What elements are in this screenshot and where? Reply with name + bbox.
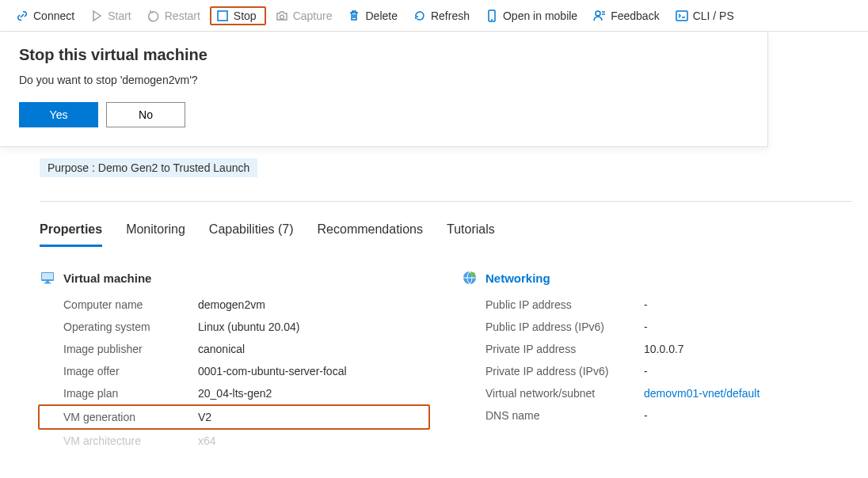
refresh-button[interactable]: Refresh — [407, 6, 476, 25]
start-label: Start — [108, 9, 131, 22]
tab-capabilities[interactable]: Capabilities (7) — [209, 218, 294, 247]
restart-icon — [147, 9, 160, 22]
vm-section: Virtual machine Computer name demogen2vm… — [40, 270, 430, 452]
refresh-label: Refresh — [431, 9, 470, 22]
dialog-buttons: Yes No — [19, 102, 748, 127]
pub-ip6-value: - — [644, 321, 648, 333]
restart-button: Restart — [141, 6, 207, 25]
capture-icon — [276, 9, 288, 22]
tabs: Properties Monitoring Capabilities (7) R… — [40, 218, 852, 248]
dns-value: - — [644, 409, 648, 422]
svg-rect-0 — [218, 11, 227, 21]
play-icon — [90, 9, 103, 22]
publisher-label: Image publisher — [40, 343, 198, 355]
mobile-icon — [485, 9, 498, 22]
feedback-button[interactable]: Feedback — [587, 6, 665, 25]
plan-label: Image plan — [40, 387, 198, 400]
divider — [40, 201, 852, 202]
row-plan: Image plan 20_04-lts-gen2 — [40, 382, 430, 404]
toolbar: Connect Start Restart Stop Capture Delet… — [0, 0, 868, 32]
row-pub-ip: Public IP address - — [462, 294, 852, 316]
row-dns: DNS name - — [462, 404, 852, 427]
terminal-icon — [676, 9, 688, 22]
tab-monitoring[interactable]: Monitoring — [126, 218, 185, 247]
vm-section-header: Virtual machine — [40, 270, 430, 286]
vnet-label: Virtual network/subnet — [462, 387, 644, 400]
cli-ps-button[interactable]: CLI / PS — [669, 6, 740, 25]
networking-section-header[interactable]: Networking — [462, 270, 852, 286]
priv-ip-value: 10.0.0.7 — [644, 343, 684, 355]
vm-header-text: Virtual machine — [63, 271, 151, 285]
computer-name-label: Computer name — [40, 298, 198, 311]
properties-columns: Virtual machine Computer name demogen2vm… — [40, 270, 852, 452]
publisher-value: canonical — [198, 343, 245, 355]
offer-label: Image offer — [40, 365, 198, 377]
row-os: Operating system Linux (ubuntu 20.04) — [40, 316, 430, 338]
tab-recommendations[interactable]: Recommendations — [318, 218, 423, 247]
trash-icon — [348, 9, 360, 22]
row-publisher: Image publisher canonical — [40, 338, 430, 360]
tab-tutorials[interactable]: Tutorials — [447, 218, 495, 247]
row-priv-ip: Private IP address 10.0.0.7 — [462, 338, 852, 360]
plan-value: 20_04-lts-gen2 — [198, 387, 272, 400]
svg-point-2 — [596, 11, 600, 16]
capture-button: Capture — [269, 6, 339, 25]
open-mobile-label: Open in mobile — [503, 9, 577, 22]
connect-button[interactable]: Connect — [10, 6, 81, 25]
purpose-tag: Purpose : Demo Gen2 to Trusted Launch — [40, 158, 257, 177]
no-button[interactable]: No — [106, 102, 185, 127]
row-computer-name: Computer name demogen2vm — [40, 294, 430, 316]
stop-label: Stop — [234, 9, 257, 22]
delete-label: Delete — [365, 9, 397, 22]
net-header-text: Networking — [485, 271, 550, 285]
feedback-label: Feedback — [611, 9, 659, 22]
delete-button[interactable]: Delete — [341, 6, 403, 25]
arch-label: VM architecture — [40, 434, 198, 447]
svg-point-9 — [470, 272, 475, 277]
gen-value: V2 — [198, 411, 211, 423]
row-offer: Image offer 0001-com-ubuntu-server-focal — [40, 360, 430, 382]
os-label: Operating system — [40, 321, 198, 333]
svg-rect-7 — [44, 283, 51, 284]
globe-icon — [462, 270, 478, 286]
svg-rect-5 — [42, 273, 53, 279]
dns-label: DNS name — [462, 409, 644, 422]
pub-ip6-label: Public IP address (IPv6) — [462, 321, 644, 333]
row-vnet: Virtual network/subnet demovm01-vnet/def… — [462, 382, 852, 404]
svg-rect-3 — [676, 11, 687, 21]
connect-label: Connect — [33, 9, 74, 22]
gen-label: VM generation — [40, 411, 198, 423]
row-pub-ip6: Public IP address (IPv6) - — [462, 316, 852, 338]
os-value: Linux (ubuntu 20.04) — [198, 321, 299, 333]
vnet-value[interactable]: demovm01-vnet/default — [644, 387, 760, 400]
stop-button[interactable]: Stop — [210, 6, 266, 25]
capture-label: Capture — [293, 9, 333, 22]
feedback-icon — [593, 9, 606, 22]
stop-icon — [216, 9, 229, 22]
connect-icon — [16, 9, 29, 22]
stop-vm-dialog: Stop this virtual machine Do you want to… — [0, 32, 768, 147]
yes-button[interactable]: Yes — [19, 102, 98, 127]
row-vm-generation: VM generation V2 — [38, 404, 430, 430]
restart-label: Restart — [165, 9, 200, 22]
start-button: Start — [84, 6, 138, 25]
networking-section: Networking Public IP address - Public IP… — [462, 270, 852, 452]
monitor-icon — [40, 270, 55, 286]
dialog-message: Do you want to stop 'demogen2vm'? — [19, 74, 748, 86]
priv-ip6-value: - — [644, 365, 648, 377]
svg-rect-6 — [46, 281, 49, 283]
refresh-icon — [413, 9, 426, 22]
offer-value: 0001-com-ubuntu-server-focal — [198, 365, 347, 377]
open-mobile-button[interactable]: Open in mobile — [479, 6, 584, 25]
pub-ip-value: - — [644, 298, 648, 311]
row-priv-ip6: Private IP address (IPv6) - — [462, 360, 852, 382]
pub-ip-label: Public IP address — [462, 298, 644, 311]
cli-ps-label: CLI / PS — [693, 9, 734, 22]
priv-ip-label: Private IP address — [462, 343, 644, 355]
priv-ip6-label: Private IP address (IPv6) — [462, 365, 644, 377]
dialog-title: Stop this virtual machine — [19, 46, 748, 64]
row-vm-arch: VM architecture x64 — [40, 430, 430, 452]
arch-value: x64 — [198, 434, 216, 447]
tab-properties[interactable]: Properties — [40, 218, 102, 247]
computer-name-value: demogen2vm — [198, 298, 265, 311]
